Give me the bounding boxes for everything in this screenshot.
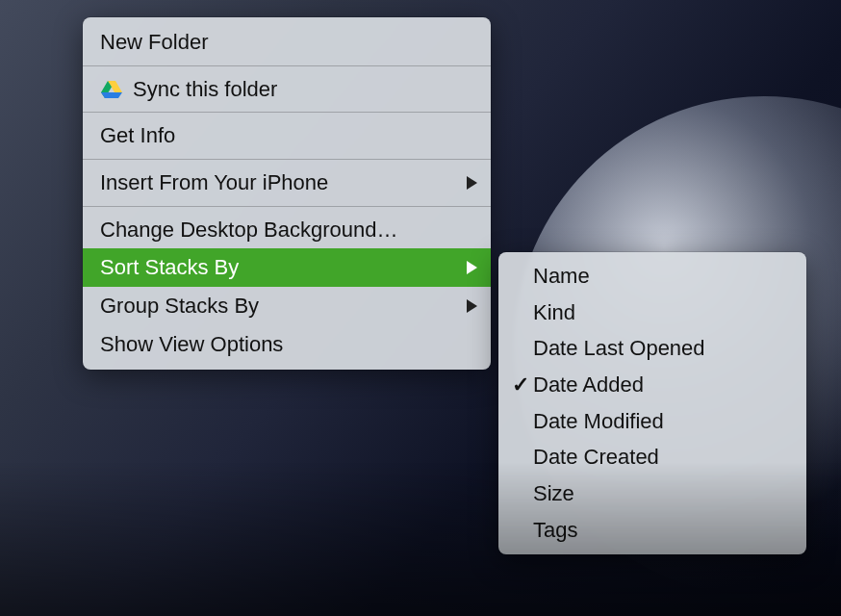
- menu-item-label: Sort Stacks By: [100, 253, 239, 282]
- submenu-item-label: Name: [533, 262, 590, 291]
- submenu-item-date-modified[interactable]: Date Modified: [498, 403, 806, 440]
- submenu-item-date-created[interactable]: Date Created: [498, 439, 806, 475]
- menu-separator: [83, 159, 491, 160]
- menu-item-insert-from-iphone[interactable]: Insert From Your iPhone: [83, 164, 491, 202]
- google-drive-icon: [100, 80, 123, 99]
- menu-separator: [83, 65, 491, 66]
- submenu-arrow-icon: [467, 176, 477, 190]
- menu-item-sync-this-folder[interactable]: Sync this folder: [83, 70, 491, 109]
- submenu-item-name[interactable]: Name: [498, 258, 806, 295]
- submenu-sort-stacks-by: Name Kind Date Last Opened ✓ Date Added …: [498, 252, 806, 554]
- desktop-background: New Folder Sync this folder Get Info Ins…: [0, 0, 841, 616]
- menu-item-label: New Folder: [100, 28, 208, 57]
- menu-item-change-desktop-background[interactable]: Change Desktop Background…: [83, 211, 491, 249]
- menu-separator: [83, 112, 491, 113]
- svg-marker-2: [101, 92, 122, 98]
- submenu-item-date-last-opened[interactable]: Date Last Opened: [498, 330, 806, 367]
- submenu-item-label: Date Added: [533, 371, 644, 399]
- menu-item-label: Sync this folder: [133, 75, 277, 104]
- menu-item-show-view-options[interactable]: Show View Options: [83, 325, 491, 364]
- menu-item-sort-stacks-by[interactable]: Sort Stacks By: [83, 248, 491, 287]
- submenu-item-date-added[interactable]: ✓ Date Added: [498, 367, 806, 403]
- menu-item-new-folder[interactable]: New Folder: [83, 23, 491, 62]
- submenu-item-label: Tags: [533, 516, 577, 545]
- menu-item-label: Show View Options: [100, 330, 283, 359]
- submenu-item-label: Size: [533, 479, 574, 508]
- menu-item-get-info[interactable]: Get Info: [83, 116, 491, 155]
- submenu-item-tags[interactable]: Tags: [498, 512, 806, 549]
- menu-item-label: Insert From Your iPhone: [100, 168, 328, 197]
- submenu-item-label: Date Modified: [533, 407, 664, 436]
- submenu-item-label: Date Last Opened: [533, 334, 705, 363]
- submenu-item-kind[interactable]: Kind: [498, 295, 806, 331]
- checkmark-icon: ✓: [508, 371, 533, 399]
- submenu-arrow-icon: [467, 261, 477, 274]
- desktop-context-menu: New Folder Sync this folder Get Info Ins…: [83, 17, 491, 370]
- menu-item-group-stacks-by[interactable]: Group Stacks By: [83, 287, 491, 325]
- submenu-arrow-icon: [467, 299, 477, 313]
- menu-item-label: Group Stacks By: [100, 292, 259, 321]
- menu-separator: [83, 206, 491, 207]
- submenu-item-label: Kind: [533, 298, 575, 327]
- menu-item-label: Get Info: [100, 121, 175, 150]
- submenu-item-label: Date Created: [533, 443, 659, 472]
- submenu-item-size[interactable]: Size: [498, 475, 806, 512]
- menu-item-label: Change Desktop Background…: [100, 216, 397, 244]
